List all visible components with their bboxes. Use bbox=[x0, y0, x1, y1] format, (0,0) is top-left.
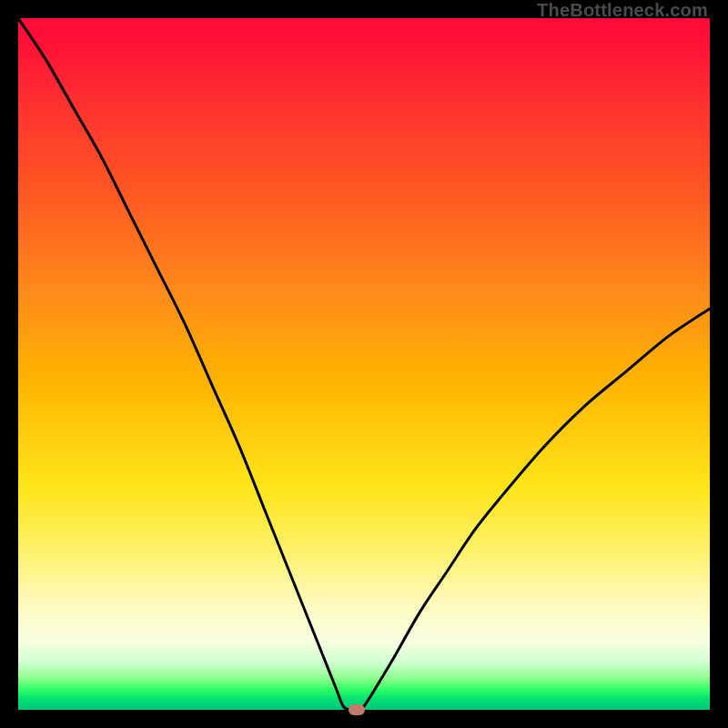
bottleneck-curve bbox=[18, 18, 710, 710]
watermark-text: TheBottleneck.com bbox=[537, 0, 708, 21]
curve-svg bbox=[18, 18, 710, 710]
optimal-point-marker bbox=[349, 704, 365, 715]
plot-area bbox=[18, 18, 710, 710]
chart-frame: TheBottleneck.com bbox=[0, 0, 728, 728]
